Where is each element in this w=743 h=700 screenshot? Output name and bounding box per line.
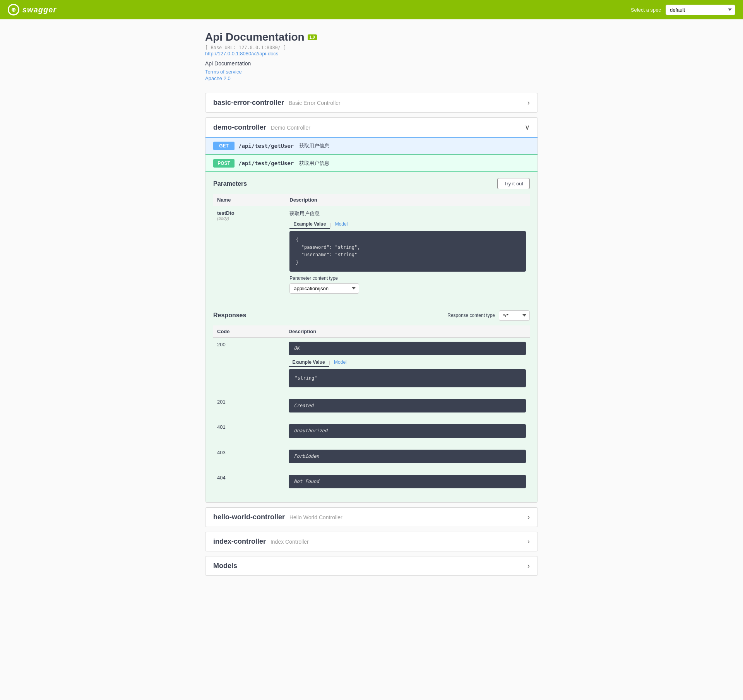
models-title: Models <box>213 562 237 570</box>
index-controller-header[interactable]: index-controller Index Controller › <box>205 532 538 551</box>
param-name-cell: testDto (body) <box>213 206 286 298</box>
example-model-tabs: Example Value | Model <box>289 220 526 229</box>
post-method-badge: POST <box>213 159 235 168</box>
get-endpoint-path: /api/test/getUser <box>238 143 294 149</box>
response-row-201: 201 Created <box>213 395 530 420</box>
post-endpoint-expanded: Parameters Try it out Name Description <box>205 171 538 502</box>
api-title-row: Api Documentation 1.0 <box>205 31 538 43</box>
example-value-tab[interactable]: Example Value <box>289 220 330 229</box>
demo-controller-chevron-icon: ∨ <box>525 123 530 132</box>
terms-of-service-link[interactable]: Terms of service <box>205 69 538 75</box>
response-created-badge: Created <box>289 399 526 412</box>
post-endpoint-summary[interactable]: POST /api/test/getUser 获取用户信息 <box>205 154 538 171</box>
get-endpoint-desc: 获取用户信息 <box>299 142 329 149</box>
response-row-404: 404 Not Found <box>213 471 530 496</box>
basic-error-controller-name: basic-error-controller <box>213 99 284 106</box>
response-200-example-tab[interactable]: Example Value <box>289 358 329 367</box>
param-type: (body) <box>217 216 282 221</box>
response-description-header: Description <box>285 325 530 338</box>
get-endpoint-summary[interactable]: GET /api/test/getUser 获取用户信息 <box>205 137 538 154</box>
base-url: [ Base URL: 127.0.0.1:8080/ ] <box>205 45 538 50</box>
response-content-type-wrapper: Response content type */* <box>447 310 530 321</box>
models-section: Models › <box>205 556 538 576</box>
get-endpoint-row: GET /api/test/getUser 获取用户信息 <box>205 137 538 154</box>
parameters-table: Name Description testDto (body) <box>213 194 530 298</box>
post-endpoint-desc: 获取用户信息 <box>299 160 329 167</box>
parameters-section: Parameters Try it out Name Description <box>205 172 538 304</box>
license-link[interactable]: Apache 2.0 <box>205 75 538 81</box>
demo-controller-desc: Demo Controller <box>271 125 310 131</box>
response-forbidden-badge: Forbidden <box>289 450 526 463</box>
param-row: testDto (body) 获取用户信息 Example Value | Mo… <box>213 206 530 298</box>
response-row-401: 401 Unauthorized <box>213 420 530 445</box>
responses-table: Code Description 200 OK <box>213 325 530 496</box>
params-name-header: Name <box>213 194 286 206</box>
hello-world-controller-section: hello-world-controller Hello World Contr… <box>205 507 538 527</box>
response-code-201: 201 <box>213 395 285 420</box>
basic-error-controller-title: basic-error-controller Basic Error Contr… <box>213 99 341 107</box>
parameters-title: Parameters <box>213 180 247 187</box>
response-desc-200: OK Example Value | Model "string" <box>285 337 530 395</box>
get-method-badge: GET <box>213 142 235 150</box>
swagger-brand: swagger <box>22 5 56 14</box>
hello-world-chevron-icon: › <box>527 513 530 521</box>
hello-world-controller-desc: Hello World Controller <box>289 514 342 520</box>
model-tab[interactable]: Model <box>331 220 352 229</box>
basic-error-controller-desc: Basic Error Controller <box>289 100 341 106</box>
response-row-403: 403 Forbidden <box>213 446 530 471</box>
basic-error-controller-section: basic-error-controller Basic Error Contr… <box>205 93 538 113</box>
response-desc-403: Forbidden <box>285 446 530 471</box>
response-row-200: 200 OK Example Value | Model "string" <box>213 337 530 395</box>
hello-world-controller-title: hello-world-controller Hello World Contr… <box>213 513 342 521</box>
basic-error-controller-header[interactable]: basic-error-controller Basic Error Contr… <box>205 93 538 112</box>
response-code-200: 200 <box>213 337 285 395</box>
logo-area: ⊕ swagger <box>8 4 56 15</box>
response-code-401: 401 <box>213 420 285 445</box>
parameters-header: Parameters Try it out <box>213 178 530 189</box>
example-code-block: { "password": "string", "username": "str… <box>289 231 526 272</box>
version-badge: 1.0 <box>308 34 317 40</box>
post-endpoint-path: /api/test/getUser <box>238 160 294 166</box>
api-header: Api Documentation 1.0 [ Base URL: 127.0.… <box>205 31 538 81</box>
hello-world-controller-name: hello-world-controller <box>213 513 285 521</box>
param-description-cell: 获取用户信息 Example Value | Model { "password… <box>286 206 530 298</box>
models-header[interactable]: Models › <box>205 556 538 575</box>
response-code-header: Code <box>213 325 285 338</box>
response-unauthorized-badge: Unauthorized <box>289 424 526 438</box>
api-links: Terms of service Apache 2.0 <box>205 69 538 81</box>
index-controller-section: index-controller Index Controller › <box>205 532 538 551</box>
response-200-tabs: Example Value | Model <box>289 358 526 367</box>
response-content-type-label: Response content type <box>447 313 495 318</box>
hello-world-controller-header[interactable]: hello-world-controller Hello World Contr… <box>205 508 538 527</box>
param-name: testDto <box>217 210 282 216</box>
try-out-button[interactable]: Try it out <box>497 178 530 189</box>
swagger-logo-icon: ⊕ <box>8 4 19 15</box>
demo-controller-section: demo-controller Demo Controller ∨ GET /a… <box>205 117 538 503</box>
response-ok-badge: OK <box>289 342 526 355</box>
response-desc-401: Unauthorized <box>285 420 530 445</box>
response-notfound-badge: Not Found <box>289 475 526 488</box>
demo-controller-title: demo-controller Demo Controller <box>213 123 310 132</box>
responses-section: Responses Response content type */* Code <box>205 304 538 502</box>
param-content-type-label: Parameter content type <box>289 276 526 281</box>
response-content-type-select[interactable]: */* <box>499 310 530 321</box>
response-200-model-tab[interactable]: Model <box>330 358 351 367</box>
content-type-select[interactable]: application/json <box>289 283 359 294</box>
response-code-403: 403 <box>213 446 285 471</box>
spec-select[interactable]: default <box>666 5 735 15</box>
index-controller-title: index-controller Index Controller <box>213 537 309 546</box>
select-spec-label: Select a spec <box>631 7 661 13</box>
response-code-404: 404 <box>213 471 285 496</box>
demo-controller-header[interactable]: demo-controller Demo Controller ∨ <box>205 118 538 137</box>
main-content: Api Documentation 1.0 [ Base URL: 127.0.… <box>197 19 546 587</box>
api-docs-link[interactable]: http://127.0.0.1:8080/v2/api-docs <box>205 51 278 56</box>
index-controller-chevron-icon: › <box>527 537 530 546</box>
index-controller-name: index-controller <box>213 537 266 545</box>
response-200-example: "string" <box>289 369 526 387</box>
response-desc-201: Created <box>285 395 530 420</box>
basic-error-chevron-icon: › <box>527 99 530 107</box>
params-description-header: Description <box>286 194 530 206</box>
api-title-text: Api Documentation <box>205 31 305 43</box>
topbar-right: Select a spec default <box>631 5 735 15</box>
response-desc-404: Not Found <box>285 471 530 496</box>
